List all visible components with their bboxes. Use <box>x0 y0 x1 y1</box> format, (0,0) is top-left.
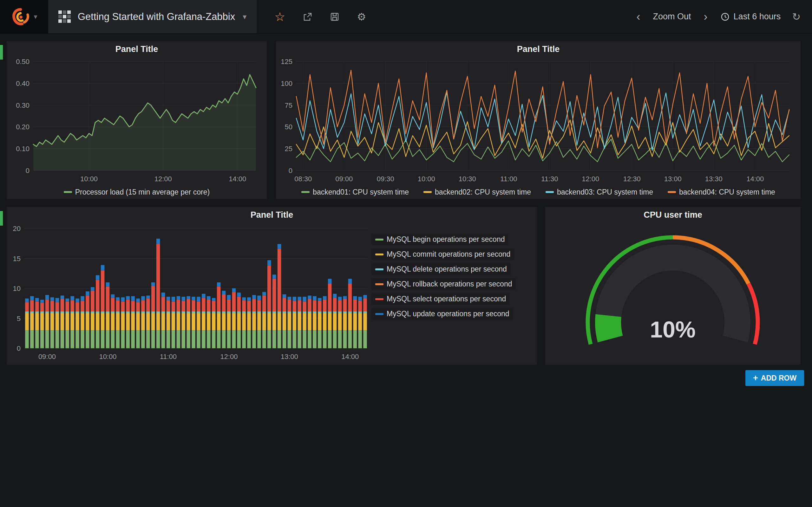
legend-item[interactable]: backend01: CPU system time <box>301 188 409 196</box>
svg-text:12:00: 12:00 <box>220 353 238 360</box>
time-range-label: Last 6 hours <box>734 12 781 21</box>
legend-label: Processor load (15 min average per core) <box>75 188 210 196</box>
zoom-out-button[interactable]: Zoom Out <box>651 11 693 22</box>
svg-text:09:00: 09:00 <box>335 175 353 183</box>
save-icon <box>329 12 340 22</box>
legend-marker <box>546 191 554 193</box>
legend-item[interactable]: MySQL select operations per second <box>371 293 510 305</box>
svg-text:20: 20 <box>13 225 20 233</box>
dashboard-picker[interactable]: Getting Started with Grafana-Zabbix ▾ <box>48 0 257 33</box>
legend-label: backend02: CPU system time <box>435 188 531 196</box>
panel-legend: Processor load (15 min average per core) <box>7 185 267 199</box>
svg-text:0: 0 <box>26 167 30 175</box>
row-toggle-handle[interactable] <box>0 211 3 226</box>
legend-item[interactable]: backend02: CPU system time <box>423 188 531 196</box>
panel-legend: backend01: CPU system timebackend02: CPU… <box>276 185 801 199</box>
legend-label: MySQL commit operations per second <box>387 250 510 259</box>
svg-text:14:00: 14:00 <box>229 175 246 183</box>
panel-title[interactable]: Panel Title <box>7 207 537 223</box>
panel-title[interactable]: Panel Title <box>7 41 267 57</box>
svg-text:10%: 10% <box>650 317 696 342</box>
legend-item[interactable]: Processor load (15 min average per core) <box>64 188 210 196</box>
legend-marker <box>375 239 384 240</box>
svg-text:09:30: 09:30 <box>377 175 394 183</box>
time-range-picker[interactable]: Last 6 hours <box>718 11 783 22</box>
legend-marker <box>375 313 384 315</box>
legend-marker <box>668 191 676 193</box>
svg-text:10:30: 10:30 <box>459 175 476 183</box>
svg-text:08:30: 08:30 <box>294 175 312 183</box>
svg-text:14:00: 14:00 <box>746 175 764 183</box>
dashboard-title: Getting Started with Grafana-Zabbix <box>78 11 235 22</box>
grafana-logo-icon <box>11 7 31 26</box>
svg-text:0.30: 0.30 <box>16 101 30 109</box>
legend-item[interactable]: MySQL update operations per second <box>371 308 513 320</box>
legend-label: backend03: CPU system time <box>557 188 653 196</box>
panel-cpu-user-time-gauge: CPU user time 10% <box>545 207 801 365</box>
svg-text:13:30: 13:30 <box>705 175 722 183</box>
svg-text:10:00: 10:00 <box>418 175 435 183</box>
legend-label: MySQL select operations per second <box>387 295 506 303</box>
chevron-down-icon: ▾ <box>34 13 37 21</box>
time-shift-left-button[interactable]: ‹ <box>635 10 642 23</box>
panel-cpu-system-time: Panel Title 025507510012508:3009:0009:30… <box>276 41 801 199</box>
time-controls: ‹ Zoom Out › Last 6 hours ↻ <box>635 0 812 33</box>
legend-marker <box>64 191 72 193</box>
legend-item[interactable]: MySQL commit operations per second <box>371 248 514 260</box>
legend-item[interactable]: MySQL rollback operations per second <box>371 278 516 290</box>
legend-label: MySQL delete operations per second <box>387 265 507 274</box>
settings-button[interactable]: ⚙ <box>357 12 366 22</box>
dashboard-grid-icon <box>58 10 71 23</box>
line-chart-canvas[interactable]: 00.100.200.300.400.5010:0012:0014:00 <box>7 57 267 185</box>
svg-text:10:00: 10:00 <box>99 353 116 360</box>
add-row-label: ADD ROW <box>761 374 797 383</box>
svg-text:13:00: 13:00 <box>281 353 298 360</box>
svg-text:0: 0 <box>17 344 20 352</box>
gear-icon: ⚙ <box>357 12 366 22</box>
chevron-down-icon: ▾ <box>243 12 247 21</box>
chevron-right-icon: › <box>704 10 708 23</box>
legend-label: MySQL rollback operations per second <box>387 280 512 288</box>
svg-text:12:30: 12:30 <box>623 175 641 183</box>
share-icon <box>302 12 312 22</box>
plus-icon: + <box>753 373 758 383</box>
svg-text:25: 25 <box>285 145 293 153</box>
save-button[interactable] <box>329 12 340 22</box>
chevron-left-icon: ‹ <box>637 10 641 23</box>
add-row-button[interactable]: + ADD ROW <box>745 370 804 386</box>
svg-text:0.40: 0.40 <box>16 79 30 88</box>
gauge-canvas: 10% <box>545 223 801 365</box>
svg-text:09:00: 09:00 <box>38 353 56 360</box>
bar-chart-canvas[interactable]: 0510152009:0010:0011:0012:0013:0014:00 <box>7 223 371 363</box>
legend-item[interactable]: MySQL begin operations per second <box>371 233 508 245</box>
legend-marker <box>375 283 384 285</box>
grafana-logo-menu[interactable]: ▾ <box>0 0 48 33</box>
star-button[interactable]: ☆ <box>274 11 285 23</box>
legend-item[interactable]: backend04: CPU system time <box>668 188 775 196</box>
share-button[interactable] <box>302 12 312 22</box>
panel-title[interactable]: CPU user time <box>545 207 801 223</box>
time-shift-right-button[interactable]: › <box>703 10 709 23</box>
legend-item[interactable]: backend03: CPU system time <box>546 188 653 196</box>
svg-text:0: 0 <box>289 167 293 175</box>
svg-text:125: 125 <box>281 58 293 66</box>
legend-item[interactable]: MySQL delete operations per second <box>371 263 511 275</box>
svg-text:75: 75 <box>285 101 293 109</box>
legend-label: backend01: CPU system time <box>313 188 409 196</box>
svg-text:11:30: 11:30 <box>541 175 558 183</box>
panel-legend: MySQL begin operations per secondMySQL c… <box>371 223 530 363</box>
svg-text:15: 15 <box>13 255 20 263</box>
legend-marker <box>375 268 384 270</box>
svg-text:14:00: 14:00 <box>341 353 359 360</box>
line-chart-canvas[interactable]: 025507510012508:3009:0009:3010:0010:3011… <box>276 57 801 185</box>
svg-text:10: 10 <box>13 285 20 292</box>
refresh-button[interactable]: ↻ <box>792 12 801 22</box>
row-toggle-handle[interactable] <box>0 45 3 60</box>
svg-text:50: 50 <box>285 123 293 131</box>
legend-label: backend04: CPU system time <box>679 188 775 196</box>
svg-text:11:00: 11:00 <box>500 175 517 183</box>
svg-text:0.50: 0.50 <box>16 58 30 66</box>
svg-text:10:00: 10:00 <box>80 175 98 183</box>
panel-title[interactable]: Panel Title <box>276 41 801 57</box>
clock-icon <box>720 12 730 21</box>
